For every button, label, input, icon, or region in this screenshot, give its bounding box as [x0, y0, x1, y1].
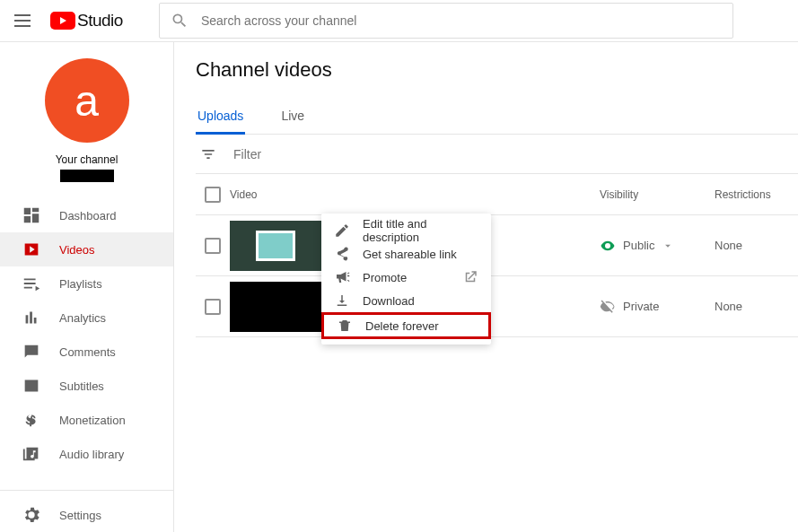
search-input[interactable]	[201, 13, 722, 28]
menu-button[interactable]	[14, 10, 36, 31]
playlists-icon	[22, 274, 41, 293]
nav-settings[interactable]: Settings	[0, 498, 173, 532]
nav-label: Analytics	[59, 311, 106, 325]
select-all-checkbox[interactable]	[205, 187, 221, 203]
menu-download[interactable]: Download	[321, 289, 491, 312]
row-checkbox[interactable]	[205, 238, 221, 254]
nav-label: Monetization	[59, 414, 126, 427]
youtube-icon	[50, 12, 75, 30]
table-header: Video Visibility Restrictions	[196, 174, 798, 215]
dashboard-icon	[22, 205, 41, 225]
pencil-icon	[334, 222, 350, 239]
nav-videos[interactable]: Videos	[0, 232, 173, 266]
menu-delete-forever[interactable]: Delete forever	[321, 312, 491, 339]
logo-text: Studio	[77, 11, 123, 31]
tab-uploads[interactable]: Uploads	[196, 98, 245, 134]
analytics-icon	[22, 308, 41, 327]
col-restrictions: Restrictions	[715, 188, 795, 201]
row-checkbox[interactable]	[205, 299, 221, 315]
logo[interactable]: Studio	[50, 11, 123, 31]
page-title: Channel videos	[196, 58, 798, 82]
search-box[interactable]	[159, 3, 733, 39]
nav-label: Audio library	[59, 448, 124, 461]
menu-promote[interactable]: Promote	[321, 266, 491, 289]
subtitles-icon	[22, 376, 41, 396]
nav-dashboard[interactable]: Dashboard	[0, 198, 173, 232]
restrictions-value: None	[715, 239, 795, 252]
table-row[interactable]: Private None	[196, 276, 798, 337]
public-icon	[600, 238, 616, 254]
private-icon	[600, 299, 616, 315]
menu-label: Promote	[363, 271, 407, 284]
search-icon	[171, 12, 189, 30]
menu-label: Get shareable link	[363, 248, 457, 261]
menu-shareable-link[interactable]: Get shareable link	[321, 242, 491, 266]
nav-label: Settings	[59, 509, 101, 522]
menu-label: Download	[363, 294, 415, 308]
nav-comments[interactable]: Comments	[0, 335, 173, 369]
nav-playlists[interactable]: Playlists	[0, 266, 173, 301]
col-visibility: Visibility	[600, 188, 715, 201]
nav-monetization[interactable]: Monetization	[0, 403, 173, 437]
nav-label: Playlists	[59, 277, 102, 291]
monetization-icon	[22, 410, 41, 430]
visibility-value: Public	[623, 239, 654, 252]
videos-icon	[22, 240, 41, 259]
restrictions-value: None	[715, 300, 795, 313]
nav-analytics[interactable]: Analytics	[0, 301, 173, 335]
menu-label: Delete forever	[365, 319, 439, 333]
download-icon	[334, 292, 350, 309]
external-link-icon	[462, 269, 478, 285]
context-menu: Edit title and description Get shareable…	[321, 214, 491, 344]
settings-icon	[22, 505, 41, 525]
menu-edit-title[interactable]: Edit title and description	[321, 219, 491, 242]
channel-info: a Your channel	[0, 42, 173, 195]
audio-library-icon	[22, 444, 41, 464]
filter-icon[interactable]	[199, 145, 217, 163]
avatar[interactable]: a	[45, 58, 129, 143]
chevron-down-icon[interactable]	[662, 240, 674, 252]
trash-icon	[337, 318, 353, 334]
video-thumbnail[interactable]	[230, 282, 321, 332]
table-row[interactable]: Public None	[196, 215, 798, 276]
visibility-value: Private	[623, 300, 659, 313]
nav-subtitles[interactable]: Subtitles	[0, 369, 173, 403]
channel-label: Your channel	[56, 153, 118, 166]
nav-label: Videos	[59, 243, 95, 257]
nav-label: Comments	[59, 345, 116, 359]
filter-input[interactable]	[233, 147, 390, 161]
nav-label: Dashboard	[59, 209, 117, 222]
megaphone-icon	[334, 269, 350, 285]
menu-label: Edit title and description	[363, 217, 478, 244]
col-video: Video	[230, 188, 600, 201]
nav-label: Subtitles	[59, 379, 104, 393]
comments-icon	[22, 342, 41, 362]
tab-live[interactable]: Live	[279, 98, 306, 134]
video-thumbnail[interactable]	[230, 221, 321, 271]
share-icon	[334, 246, 350, 262]
nav-audio-library[interactable]: Audio library	[0, 437, 173, 471]
channel-name-redacted	[60, 170, 114, 182]
